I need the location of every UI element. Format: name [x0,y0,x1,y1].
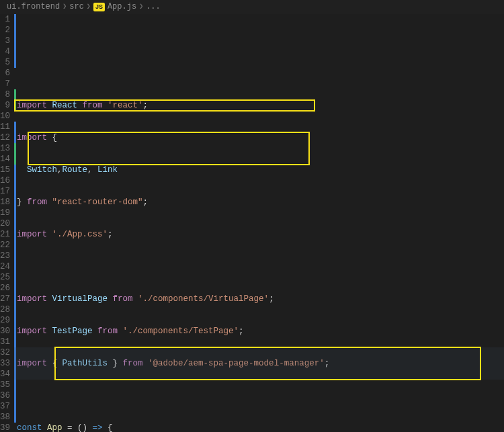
chevron-right-icon: ❯ [139,3,143,11]
line-number-gutter: 1 2 3 4 5 6 7 8 9 10 11 12 13 14 15 16 1… [0,14,14,432]
chevron-right-icon: ❯ [87,3,91,11]
line-number: 39 [0,423,10,432]
line-number: 26 [0,283,10,294]
line-number: 37 [0,401,10,412]
line-number: 4 [0,46,10,57]
js-file-icon: JS [93,3,105,12]
line-number: 9 [0,100,10,111]
code-line[interactable]: import React from 'react'; [17,100,504,111]
line-number: 1 [0,14,10,25]
line-number: 30 [0,326,10,337]
breadcrumb[interactable]: ui.frontend ❯ src ❯ JS App.js ❯ ... [0,0,504,14]
line-number: 2 [0,25,10,36]
breadcrumb-item[interactable]: src [69,2,84,12]
line-number: 22 [0,240,10,251]
line-number: 7 [0,79,10,89]
code-line[interactable]: import { PathUtils } from '@adobe/aem-sp… [17,358,504,369]
code-area[interactable]: import React from 'react'; import { Swit… [14,14,504,432]
code-line[interactable]: const App = () => { [17,423,504,432]
line-number: 31 [0,337,10,347]
line-number: 23 [0,251,10,261]
code-line[interactable] [17,390,504,401]
line-number: 18 [0,197,10,208]
line-number: 38 [0,412,10,423]
line-number: 24 [0,261,10,272]
chevron-right-icon: ❯ [62,3,67,11]
code-editor[interactable]: 1 2 3 4 5 6 7 8 9 10 11 12 13 14 15 16 1… [0,14,504,432]
code-line[interactable]: import { [17,132,504,143]
line-number: 20 [0,218,10,229]
line-number: 11 [0,122,10,132]
code-line[interactable]: Switch,Route, Link [17,165,504,175]
line-number: 12 [0,132,10,143]
line-number: 15 [0,165,10,175]
line-number: 17 [0,186,10,197]
line-number: 32 [0,347,10,358]
line-number: 3 [0,36,10,46]
line-number: 13 [0,143,10,154]
line-number: 27 [0,294,10,304]
line-number: 29 [0,315,10,326]
line-number: 36 [0,390,10,401]
code-line[interactable]: import './App.css'; [17,229,504,240]
code-line[interactable]: import VirtualPage from './components/Vi… [17,294,504,304]
line-number: 16 [0,175,10,186]
breadcrumb-item[interactable]: ... [146,2,161,12]
line-number: 35 [0,380,10,390]
line-number: 25 [0,272,10,283]
line-number: 10 [0,111,10,122]
line-number: 33 [0,358,10,369]
line-number: 28 [0,304,10,315]
line-number: 14 [0,154,10,165]
line-number: 8 [0,89,10,100]
line-number: 6 [0,68,10,79]
code-line[interactable]: } from "react-router-dom"; [17,197,504,208]
line-number: 19 [0,208,10,218]
line-number: 5 [0,57,10,68]
line-number: 34 [0,369,10,380]
line-number: 21 [0,229,10,240]
code-line[interactable]: import TestPage from './components/TestP… [17,326,504,337]
code-line[interactable] [17,261,504,272]
breadcrumb-item[interactable]: ui.frontend [7,2,60,12]
breadcrumb-item[interactable]: App.js [108,2,136,12]
